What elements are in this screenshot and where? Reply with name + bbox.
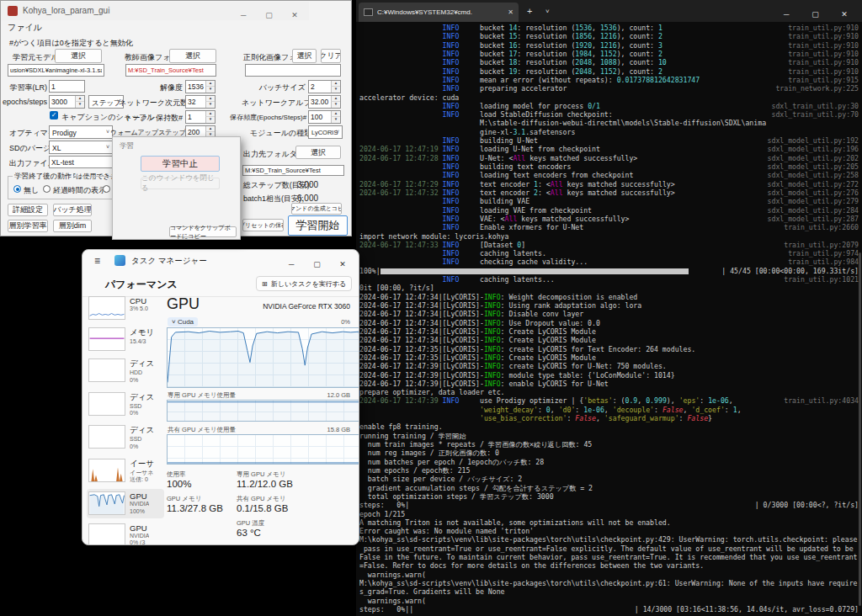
hamburger-menu-icon[interactable]: ≡: [94, 255, 100, 267]
base-model-select-button[interactable]: 選択: [55, 49, 102, 63]
network-dim-stepper[interactable]: 32▲▼: [185, 95, 216, 109]
spin-up-icon[interactable]: ▲: [205, 111, 215, 117]
minimize-button[interactable]: ─: [280, 260, 302, 268]
spin-up-icon[interactable]: ▲: [331, 111, 340, 117]
optimizer-dropdown[interactable]: Prodigy˅: [49, 125, 113, 139]
sidebar-item-text: GPUNVIDIA100%: [130, 491, 149, 516]
terminal-line: 2024-06-17 12:47:34|[LyCORIS]-INFO: Crea…: [359, 336, 859, 344]
batch-process-button[interactable]: バッチ処理: [53, 204, 92, 216]
sidebar-item-メモリ-1[interactable]: メモリ15.4/3: [87, 325, 164, 353]
new-tab-button[interactable]: +: [527, 6, 532, 16]
terminal-line: warnings.warn(: [359, 597, 859, 605]
sidebar-item-sub: 0%: [130, 410, 154, 417]
sidebar-item-イーサ-5[interactable]: イーサイーサネ送信: 0: [87, 456, 164, 487]
sidebar-item-cpu-0[interactable]: CPU3% 5.0: [87, 294, 164, 322]
terminal-line: INFO Enable xformers for U-Nettrain_util…: [359, 223, 859, 231]
resolution-label: 解像度: [149, 82, 183, 93]
lr-input[interactable]: [49, 80, 85, 93]
close-button[interactable]: ✕: [332, 260, 354, 268]
generate-copy-command-button[interactable]: コマンドの生成とコピー: [291, 203, 342, 215]
minimize-button[interactable]: ─: [774, 10, 799, 19]
terminal-line: M:\stable-diffusion-webui-directml\model…: [359, 119, 859, 127]
module-type-dropdown[interactable]: LyCORIS˅: [308, 125, 343, 139]
cmd-icon: [364, 8, 373, 16]
spin-up-icon[interactable]: ▲: [205, 96, 215, 102]
window-terminal: C:¥Windows¥SYSTEM32¥cmd. ✕ + ˅ ─ ▢ ✕ INF…: [356, 0, 862, 616]
spin-up-icon[interactable]: ▲: [331, 81, 340, 87]
terminal-line: INFO VAE: <All keys matched successfully…: [359, 215, 859, 223]
reg-folder-clear-button[interactable]: クリア: [321, 49, 341, 63]
epochs-steps-stepper[interactable]: 3000▲▼: [49, 95, 85, 109]
stop-training-button[interactable]: 学習中止: [141, 156, 220, 172]
output-name-input[interactable]: [49, 156, 113, 168]
token-keep-stepper[interactable]: 1▲▼: [185, 110, 216, 124]
terminal-line: INFO building U-Netsdxl_model_util.py:19…: [359, 136, 859, 145]
output-folder-input[interactable]: [242, 165, 344, 176]
radio-none[interactable]: [13, 185, 21, 193]
sidebar-item-ディス-2[interactable]: ディスHDD0%: [87, 356, 164, 387]
spin-down-icon[interactable]: ▼: [331, 87, 340, 93]
network-alpha-stepper[interactable]: 32.00▲▼: [308, 95, 341, 109]
sidebar-item-ディス-4[interactable]: ディスSSD0%: [87, 422, 164, 454]
save-frequency-stepper[interactable]: 100▲▼: [308, 110, 341, 124]
caption-shuffle-checkbox[interactable]: ✓: [50, 111, 58, 119]
close-button[interactable]: ✕: [284, 11, 306, 19]
maximize-button[interactable]: ▢: [803, 10, 828, 19]
minimize-button[interactable]: ─: [232, 11, 254, 19]
output-name-label: 出力ファイル名: [9, 158, 47, 169]
radio-shutdown[interactable]: [103, 185, 110, 193]
spin-down-icon[interactable]: ▼: [205, 102, 215, 108]
terminal-line: num train images * repeats / 学習画像の数×繰り返し…: [359, 440, 859, 449]
optimizer-label: オプティマイザ: [9, 128, 47, 139]
radio-elapsed-label: 経過時間の表示: [53, 185, 106, 196]
resolution-stepper[interactable]: 1536▲▼: [185, 80, 216, 93]
radio-elapsed-time[interactable]: [43, 185, 51, 193]
spin-up-icon[interactable]: ▲: [205, 81, 215, 87]
post-action-groupbox: 学習終了後の動作 無し 経過時間の表示 シャット: [8, 176, 115, 199]
spin-up-icon[interactable]: ▲: [75, 96, 84, 102]
spin-up-icon[interactable]: ▲: [205, 126, 215, 132]
copy-command-clipboard-button[interactable]: コマンドをクリップボードにコピー: [169, 226, 237, 237]
close-button[interactable]: ✕: [832, 10, 857, 19]
layer-dim-button[interactable]: 層別dim: [53, 220, 92, 232]
sidebar-item-title: ディス: [130, 358, 154, 369]
shared-gpu-memory-chart: [167, 434, 359, 465]
terminal-line: running training / 学習開始: [359, 432, 859, 440]
sd-version-dropdown[interactable]: XL˅: [49, 141, 113, 154]
tab-dropdown-icon[interactable]: ˅: [545, 8, 550, 15]
sidebar-item-sub: SSD: [130, 436, 154, 443]
spin-down-icon[interactable]: ▼: [205, 87, 215, 93]
layer-lr-button[interactable]: 層別学習率: [8, 220, 48, 232]
sidebar-item-ディス-3[interactable]: ディスSSD0%: [87, 390, 164, 421]
train-folder-select-button[interactable]: 選択: [169, 49, 216, 63]
sidebar-item-gpu-6[interactable]: GPUNVIDIA100%: [87, 489, 164, 518]
save-preset-button[interactable]: プリセットの保存: [242, 219, 284, 231]
spin-up-icon[interactable]: ▲: [331, 96, 340, 102]
sidebar-item-gpu-7[interactable]: GPUNVIDIA0% (3: [87, 521, 164, 546]
advanced-settings-button[interactable]: 詳細設定: [8, 204, 48, 216]
spin-down-icon[interactable]: ▼: [331, 102, 340, 108]
maximize-button[interactable]: ▢: [306, 260, 328, 268]
gpu-engine-dropdown[interactable]: ˅ Cuda: [168, 317, 198, 327]
reg-folder-select-button[interactable]: 選択: [292, 49, 317, 63]
batch-size-stepper[interactable]: 2▲▼: [308, 80, 341, 93]
terminal-tab[interactable]: C:¥Windows¥SYSTEM32¥cmd. ✕: [359, 3, 519, 22]
output-folder-select-button[interactable]: 選択: [295, 146, 341, 159]
epochs-steps-label: epochs/steps: [3, 98, 47, 106]
reg-folder-input[interactable]: [245, 64, 341, 77]
start-training-button[interactable]: 学習開始: [288, 215, 348, 236]
base-model-input[interactable]: [8, 64, 104, 77]
train-folder-input[interactable]: [125, 64, 216, 77]
menu-file[interactable]: ファイル: [8, 22, 42, 34]
terminal-line: enable fp8 training.: [359, 422, 859, 431]
maximize-button[interactable]: ▢: [258, 11, 280, 19]
batch-size-label: バッチサイズ: [255, 82, 306, 93]
more-options-button[interactable]: …: [332, 278, 340, 287]
spin-down-icon[interactable]: ▼: [75, 102, 84, 108]
sidebar-item-text: CPU3% 5.0: [130, 296, 148, 320]
tab-close-icon[interactable]: ✕: [508, 8, 513, 16]
terminal-scrollbar[interactable]: [859, 252, 861, 606]
stat-label: 共有 GPU メモリ: [237, 495, 304, 503]
spin-down-icon[interactable]: ▼: [205, 117, 215, 123]
spin-down-icon[interactable]: ▼: [331, 117, 340, 123]
